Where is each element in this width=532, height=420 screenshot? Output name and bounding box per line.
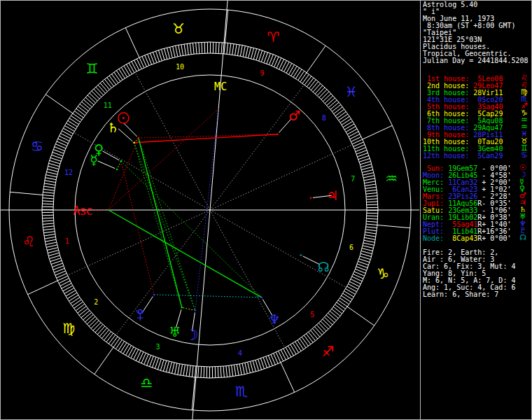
zodiac-sagittarius-icon: ♐ [322, 343, 335, 360]
planet-pointer [103, 151, 120, 160]
planet-point [310, 197, 312, 200]
asc-label: Asc [73, 204, 92, 218]
sign-boundary [377, 225, 410, 227]
sign-boundary [363, 125, 393, 139]
aspect-line-Sun-Uran [139, 138, 182, 307]
zodiac-virgo-icon: ♍ [62, 320, 75, 337]
sign-boundary [10, 192, 43, 195]
planet-pointer [124, 123, 137, 136]
aspect-line-Satu-Mars [134, 134, 278, 143]
sign-boundary [28, 281, 58, 295]
moon-icon: ☽ [185, 326, 199, 344]
mars-icon: ♂ [288, 108, 300, 123]
sign-boundary [125, 28, 139, 58]
house-number: 9 [260, 69, 264, 77]
planet-glyph: ☊ [519, 234, 526, 241]
pluto-icon [136, 309, 144, 321]
title-line: Julian Day = 2441844.5208 [423, 57, 528, 64]
planet-point [195, 309, 197, 312]
house-cusp-line [210, 85, 304, 210]
aspect-line-Venu-Merc [117, 161, 121, 169]
planet-point [300, 254, 302, 256]
house-number: 12 [64, 169, 73, 176]
house-number: 1 [65, 237, 69, 245]
venu-icon: ♀ [94, 141, 104, 157]
zodiac-pisces-icon: ♓ [345, 83, 358, 100]
chart-wheel: ♈♉♊♋♌♍♎♏♐♑♒♓123456789101112☽☿♀♂♃♄♅♆☊AscM… [0, 0, 420, 420]
summary-line: Learn: 6, Share: 7 [423, 291, 498, 298]
planet-row: Node: 8Cap43R+ 0°00'☊ [423, 235, 511, 242]
house-number: 4 [238, 349, 242, 357]
planet-point [133, 141, 135, 144]
zodiac-aquarius-icon: ♒ [385, 170, 398, 187]
house-cusp-line [115, 210, 210, 335]
sign-boundary [94, 347, 113, 374]
aspect-line-Sun-Moon [139, 138, 195, 310]
house-row: 12th house: 5Can29♋ [423, 153, 503, 160]
aspect-line-Satu-Uran [134, 143, 182, 308]
house-cusp-line [210, 210, 285, 348]
house-cusp-line [210, 210, 346, 288]
planet-point [260, 297, 262, 299]
sign-boundary [46, 94, 72, 113]
planet-point [153, 294, 155, 296]
house-number: 7 [351, 175, 355, 183]
satu-icon: ♄ [107, 120, 119, 135]
sidebar-divider [420, 0, 421, 420]
uran-icon: ♅ [169, 324, 181, 340]
sign-boundary [281, 363, 295, 393]
planet-pointer [98, 161, 115, 169]
house-number: 11 [104, 102, 112, 109]
house-number: 3 [156, 343, 160, 351]
aspect-line-Sun-Asc [108, 138, 139, 210]
zodiac-aries-icon: ♈ [267, 29, 280, 46]
house-number: 10 [176, 63, 184, 71]
aspect-line-Sun-Mars [139, 134, 278, 138]
mc-label: MC [214, 80, 227, 93]
house-cusp-line [135, 72, 210, 210]
zodiac-gemini-icon: ♊ [85, 60, 98, 77]
sign-boundary [347, 307, 374, 326]
house-number: 8 [322, 114, 326, 122]
aspect-line-Plut-Nept [154, 295, 262, 298]
planet-point [137, 137, 139, 139]
zodiac-cancer-icon: ♋ [31, 138, 43, 155]
sign-boundary [307, 46, 326, 72]
house-number: 6 [349, 244, 354, 251]
planet-pointer [143, 296, 153, 312]
house-cusp-line [67, 210, 210, 275]
nept-icon: ♆ [268, 312, 280, 327]
node-icon: ☊ [318, 259, 330, 274]
sun-dot [122, 117, 125, 119]
zodiac-capricorn-icon: ♑ [377, 265, 389, 282]
aspect-line-Moon-Uran [182, 307, 195, 310]
planet-pointer [118, 129, 132, 141]
zodiac-leo-icon: ♌ [22, 233, 35, 250]
planet-point [116, 169, 118, 171]
house-number: 2 [94, 298, 98, 306]
jupi-icon: ♃ [326, 188, 338, 203]
aspect-line-Asc-Nept [108, 210, 262, 298]
house-number: 5 [310, 311, 314, 318]
planet-point [181, 307, 183, 309]
planet-point [120, 160, 122, 162]
zodiac-scorpio-icon: ♏ [235, 383, 248, 400]
zodiac-taurus-icon: ♉ [172, 20, 185, 37]
zodiac-libra-icon: ♎ [141, 374, 153, 391]
planet-point [276, 133, 279, 135]
aspect-line-Satu-Moon [134, 143, 195, 311]
sign-glyph: ♋ [521, 152, 528, 159]
